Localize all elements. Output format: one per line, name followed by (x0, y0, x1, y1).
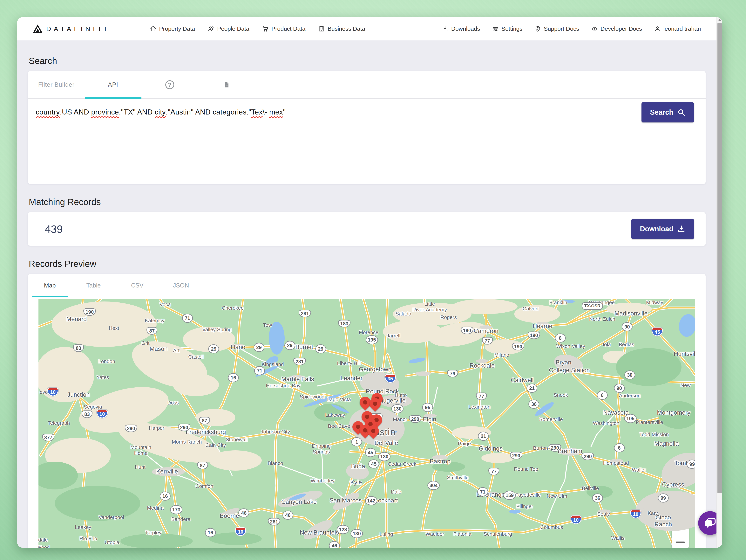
highway-shield-45: 45 (368, 459, 379, 469)
map-label-blanco: Blanco (268, 460, 283, 466)
map-label-manor: Manor (393, 417, 407, 422)
map-label-jarrell: Jarrell (386, 333, 400, 339)
highway-shield-159: 159 (504, 491, 516, 500)
map-label-wimberley: Wimberley (311, 478, 335, 484)
highway-shield-130: 130 (350, 529, 363, 538)
nav-people-data[interactable]: People Data (208, 25, 249, 32)
map-label-huntsville: Huntsville (674, 351, 695, 358)
map-label-junction: Junction (67, 391, 90, 398)
nav-downloads[interactable]: Downloads (442, 25, 480, 32)
nav-support-docs[interactable]: Support Docs (535, 25, 579, 32)
nav-label: Product Data (271, 25, 306, 32)
map-label-art: Art (173, 348, 179, 354)
query-text: \- (263, 108, 269, 116)
download-button[interactable]: Download (631, 219, 694, 239)
tab-json[interactable]: JSON (159, 274, 203, 297)
secondary-nav: DownloadsSettingsSupport DocsDeveloper D… (442, 25, 701, 32)
map-label-harper: Harper (149, 425, 164, 431)
search-tabbar: Filter BuilderAPI? (28, 71, 706, 99)
nav-developer-docs[interactable]: Developer Docs (591, 25, 642, 32)
highway-shield-1: 1 (351, 437, 362, 446)
people-icon (208, 25, 214, 32)
zoom-out-icon[interactable] (676, 541, 685, 543)
map-label-cypress: Cypress (662, 481, 684, 488)
map-label-little-river-academy: Little River-Academy (412, 301, 447, 313)
tab-csv[interactable]: CSV (115, 274, 159, 297)
nav-label: Business Data (327, 25, 365, 32)
map-label-buda: Buda (351, 463, 365, 470)
map-label-caldwell: Caldwell (511, 377, 534, 384)
map-label-hext: Hext (109, 326, 119, 331)
map-label-lexington: Lexington (468, 404, 491, 410)
beige-area (52, 302, 156, 347)
query-input[interactable]: country:US AND province:"TX" AND city:"A… (28, 99, 706, 125)
highway-shield-16: 16 (160, 492, 171, 501)
beige-area (481, 453, 514, 463)
map-label-cameron: Cameron (474, 328, 498, 335)
map-label-grit: Grit (141, 340, 150, 346)
map-label-madisonville: Madisonville (614, 310, 648, 317)
map-label-vanderpool: Vanderpool (98, 514, 124, 520)
map-label-leakey: Leakey (75, 525, 91, 530)
map-label-north-zulch: North Zulch (589, 316, 615, 322)
tab-filter-builder[interactable]: Filter Builder (28, 71, 85, 99)
search-button[interactable]: Search (641, 102, 694, 122)
nav-product-data[interactable]: Product Data (262, 25, 306, 32)
nav-leonard-trahan[interactable]: leonard trahan (654, 25, 701, 32)
map-label-georgetown: Georgetown (358, 366, 392, 373)
map-label-round-top: Round Top (514, 466, 538, 472)
highway-shield-45: 45 (365, 448, 376, 457)
map-label-dripping-springs: Dripping Springs (312, 443, 331, 455)
highway-shield-95: 95 (422, 403, 433, 412)
road (375, 444, 552, 526)
map-label-katemcy: Katemcy (145, 318, 164, 324)
page-content: Search Filter BuilderAPI? country:US AND… (17, 40, 716, 548)
highway-shield-36: 36 (528, 400, 539, 409)
tab-table[interactable]: Table (72, 274, 115, 297)
tab-map[interactable]: Map (28, 274, 72, 297)
brand-name: DATAFINITI (46, 25, 109, 33)
map-label-navasota: Navasota (603, 409, 629, 416)
nav-label: People Data (217, 25, 249, 32)
nav-settings[interactable]: Settings (492, 25, 522, 32)
map-label-schulenburg: Schulenburg (484, 531, 512, 537)
highway-shield-21: 21 (526, 384, 537, 393)
highway-shield-29: 29 (315, 344, 326, 354)
map-label-lakeway: Lakeway (325, 412, 345, 418)
map-label-telegraph: Telegraph (48, 420, 70, 426)
nav-business-data[interactable]: Business Data (318, 25, 365, 32)
map-label-college-station: College Station (549, 367, 590, 374)
page-scrollbar[interactable] (716, 17, 722, 548)
nav-property-data[interactable]: Property Data (150, 25, 195, 32)
highway-shield-16: 16 (228, 373, 239, 382)
records-map[interactable]: eveltJunctionSegoviaTelegraphMenardHextL… (38, 299, 695, 548)
map-label-doss: Doss (167, 400, 179, 406)
nav-label: Developer Docs (601, 25, 642, 32)
map-label-giddings: Giddings (479, 445, 503, 452)
beige-area (452, 299, 518, 314)
map-label-waelder: Waelder (426, 531, 444, 537)
record-count: 439 (45, 223, 63, 235)
tab-api[interactable]: API (85, 71, 141, 99)
map-label-sealy: Sealy (597, 511, 610, 517)
highway-shield-tx-osr: TX-OSR (582, 302, 603, 310)
help-circle-tab[interactable]: ? (141, 71, 198, 99)
map-label-dale: Dale (391, 489, 401, 495)
brand-logo[interactable]: DATAFINITI (33, 24, 109, 33)
sliders-icon (492, 25, 499, 32)
highway-shield-71: 71 (477, 487, 488, 496)
map-label-london: London (98, 359, 115, 364)
map-label-florence: Florence (359, 330, 378, 336)
scrollbar-thumb[interactable] (717, 23, 722, 493)
map-label-brenham: Brenham (558, 448, 582, 455)
map-label-valley-spring: Valley Spring (202, 327, 232, 333)
highway-shield-173: 173 (170, 505, 182, 514)
highway-shield-46: 46 (283, 511, 293, 520)
map-label-stonewall: Stonewall (226, 437, 248, 443)
map-label-cinco-ranch: Cinco Ranch (648, 514, 679, 528)
map-label-bryan: Bryan (555, 359, 571, 366)
map-label-bastrop: Bastrop (430, 458, 451, 465)
map-label-anderson: Anderson (619, 393, 640, 399)
scroll-up-arrow[interactable] (718, 19, 721, 21)
document-tab[interactable] (198, 71, 255, 99)
